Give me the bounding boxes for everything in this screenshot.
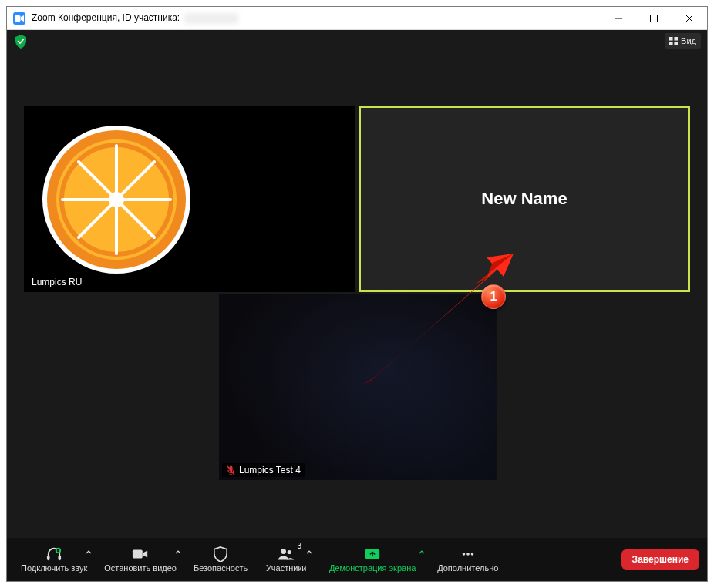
shield-icon (212, 546, 229, 562)
participants-icon (278, 546, 295, 562)
meeting-top-strip: Вид (7, 30, 707, 52)
window-titlebar: Zoom Конференция, ID участника: (7, 7, 707, 30)
view-button[interactable]: Вид (665, 33, 701, 49)
window-title: Zoom Конференция, ID участника: (32, 12, 238, 24)
participant-tile[interactable]: Lumpics Test 4 (219, 294, 497, 480)
chevron-up-icon[interactable] (419, 548, 425, 557)
app-window: Zoom Конференция, ID участника: Вид (6, 6, 708, 582)
chevron-up-icon[interactable] (175, 548, 181, 557)
participant-name-badge: Lumpics Test 4 (222, 463, 305, 477)
minimize-button[interactable] (601, 7, 636, 30)
share-screen-button[interactable]: Демонстрация экрана (318, 543, 426, 576)
svg-rect-27 (47, 556, 50, 560)
window-title-text: Zoom Конференция, ID участника: (32, 12, 183, 23)
video-grid: Lumpics RU New Name (24, 106, 692, 480)
svg-point-36 (470, 553, 473, 556)
chevron-up-icon[interactable] (306, 548, 312, 557)
participants-label: Участники (266, 563, 307, 573)
svg-rect-6 (675, 37, 679, 41)
video-camera-icon (132, 546, 149, 562)
participants-count-badge: 3 (298, 542, 302, 550)
participant-name-badge: Lumpics RU (27, 275, 86, 289)
grid-icon (669, 37, 678, 45)
annotation-marker-label: 1 (490, 290, 497, 304)
svg-point-31 (281, 549, 286, 554)
svg-rect-0 (15, 15, 21, 22)
svg-point-32 (288, 550, 291, 554)
svg-rect-5 (669, 37, 673, 41)
end-meeting-label: Завершение (632, 554, 689, 565)
join-audio-button[interactable]: Подключить звук (15, 543, 93, 576)
svg-rect-8 (675, 42, 679, 45)
window-controls (601, 7, 707, 30)
annotation-marker: 1 (481, 284, 506, 309)
stop-video-label: Остановить видео (104, 563, 177, 573)
headphones-icon (45, 546, 62, 562)
participant-tile[interactable]: Lumpics RU (24, 106, 355, 292)
meeting-area: Вид (7, 30, 707, 581)
view-button-label: Вид (681, 36, 696, 45)
stop-video-button[interactable]: Остановить видео (98, 543, 183, 576)
participant-tile-active[interactable]: New Name (359, 106, 690, 292)
participant-name-label: Lumpics RU (32, 277, 82, 287)
zoom-app-icon (13, 12, 25, 25)
svg-rect-28 (59, 556, 62, 560)
svg-rect-2 (651, 15, 658, 22)
svg-point-35 (466, 553, 470, 556)
share-screen-label: Демонстрация экрана (329, 563, 416, 573)
participant-avatar (39, 123, 194, 277)
participant-name-label: Lumpics Test 4 (239, 465, 301, 475)
maximize-button[interactable] (636, 7, 672, 30)
join-audio-label: Подключить звук (21, 563, 87, 573)
meeting-toolbar: Подключить звук Остановить видео Безопас… (7, 538, 707, 581)
more-icon (460, 546, 477, 562)
svg-rect-30 (133, 550, 143, 559)
more-label: Дополнительно (437, 563, 498, 573)
encryption-shield-icon[interactable] (15, 35, 27, 49)
svg-point-20 (109, 192, 124, 207)
svg-point-34 (462, 553, 465, 556)
mic-muted-icon (227, 465, 235, 475)
participant-display-name: New Name (361, 108, 688, 290)
end-meeting-button[interactable]: Завершение (621, 549, 699, 570)
security-label: Безопасность (194, 563, 248, 573)
chevron-up-icon[interactable] (86, 548, 92, 557)
security-button[interactable]: Безопасность (187, 543, 254, 576)
more-button[interactable]: Дополнительно (431, 543, 504, 576)
close-button[interactable] (672, 7, 707, 30)
svg-rect-7 (669, 42, 673, 45)
participants-button[interactable]: 3 Участники (258, 543, 314, 576)
window-title-id-blurred (184, 13, 238, 24)
share-screen-icon (364, 546, 381, 562)
